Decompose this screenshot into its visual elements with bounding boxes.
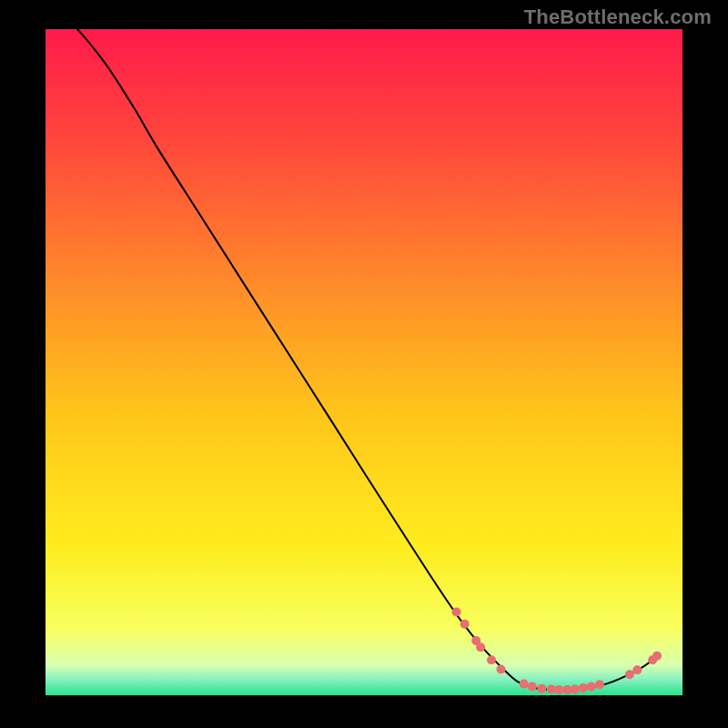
- scatter-dot: [520, 680, 529, 689]
- scatter-dot: [571, 684, 580, 693]
- curve-layer: [46, 29, 682, 695]
- scatter-dots: [452, 608, 662, 695]
- scatter-dot: [579, 683, 588, 693]
- plot-area: [46, 29, 682, 695]
- scatter-dot: [528, 682, 537, 692]
- scatter-dot: [625, 670, 634, 679]
- watermark-text: TheBottleneck.com: [524, 5, 712, 29]
- scatter-dot: [554, 685, 563, 694]
- scatter-dot: [652, 652, 662, 661]
- scatter-dot: [476, 642, 485, 652]
- curve-line: [77, 29, 657, 690]
- scatter-dot: [632, 665, 642, 674]
- scatter-dot: [452, 608, 461, 617]
- scatter-dot: [587, 682, 596, 692]
- scatter-dot: [460, 620, 470, 629]
- scatter-dot: [537, 684, 546, 693]
- chart-wrapper: TheBottleneck.com: [0, 0, 728, 728]
- scatter-dot: [497, 665, 506, 674]
- scatter-dot: [487, 655, 496, 664]
- scatter-dot: [595, 680, 604, 689]
